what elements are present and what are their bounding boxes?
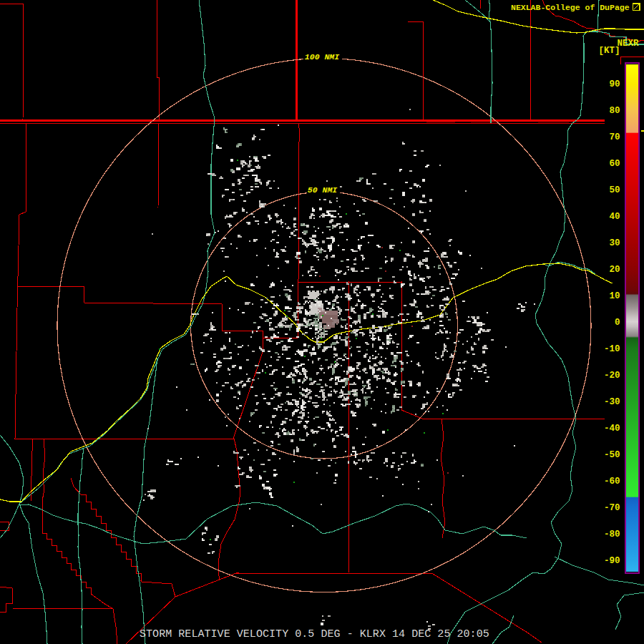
svg-text:-30: -30 — [604, 397, 620, 407]
svg-text:-50: -50 — [604, 450, 620, 460]
svg-text:100 NMI: 100 NMI — [305, 52, 339, 62]
svg-text:50 NMI: 50 NMI — [308, 185, 338, 195]
svg-text:STORM RELATIVE VELOCITY 0.5 DE: STORM RELATIVE VELOCITY 0.5 DEG - KLRX 1… — [140, 628, 489, 640]
svg-text:-60: -60 — [604, 477, 620, 487]
svg-text:10: 10 — [609, 291, 620, 301]
svg-text:NEXR: NEXR — [618, 39, 640, 49]
svg-text:-70: -70 — [604, 503, 620, 513]
svg-text:30: 30 — [609, 238, 620, 248]
svg-text:90: 90 — [609, 79, 620, 89]
svg-text:-80: -80 — [604, 530, 620, 540]
svg-text:-90: -90 — [604, 556, 620, 566]
svg-text:-20: -20 — [604, 371, 620, 381]
svg-text:60: 60 — [609, 159, 620, 169]
svg-text:40: 40 — [609, 212, 620, 222]
svg-text:70: 70 — [609, 132, 620, 142]
svg-text:20: 20 — [609, 265, 620, 275]
svg-text:[KT]: [KT] — [598, 46, 620, 56]
svg-text:0: 0 — [615, 318, 620, 328]
svg-text:-10: -10 — [604, 344, 620, 354]
svg-text:80: 80 — [609, 106, 620, 116]
svg-text:-40: -40 — [604, 424, 620, 434]
svg-text:50: 50 — [609, 185, 620, 195]
svg-text:NEXLAB-College of DuPage: NEXLAB-College of DuPage — [511, 3, 630, 12]
